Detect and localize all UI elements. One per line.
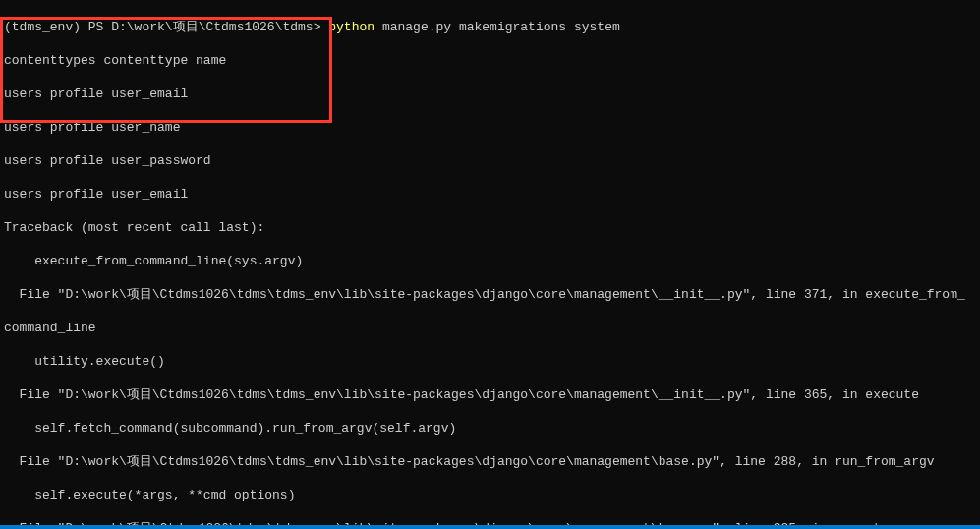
traceback-line: File "D:\work\项目\Ctdms1026\tdms\tdms_env…	[4, 453, 976, 470]
prompt-line: (tdms_env) PS D:\work\项目\Ctdms1026\tdms>…	[4, 19, 976, 35]
status-bar	[0, 525, 980, 529]
output-line: users profile user_email	[4, 186, 976, 203]
traceback-line: utility.execute()	[4, 353, 976, 370]
output-line: users profile user_password	[4, 152, 976, 169]
traceback-line: self.fetch_command(subcommand).run_from_…	[4, 420, 976, 437]
prompt-prefix: (tdms_env) PS D:\work\项目\Ctdms1026\tdms>	[4, 20, 320, 34]
traceback-line: command_line	[4, 320, 976, 336]
traceback-line: self.execute(*args, **cmd_options)	[4, 487, 976, 503]
output-line: contenttypes contenttype name	[4, 52, 976, 69]
traceback-line: File "D:\work\项目\Ctdms1026\tdms\tdms_env…	[4, 286, 976, 303]
output-line: users profile user_name	[4, 119, 976, 136]
traceback-header: Traceback (most recent call last):	[4, 219, 976, 236]
terminal-output[interactable]: (tdms_env) PS D:\work\项目\Ctdms1026\tdms>…	[0, 0, 980, 529]
command-args: manage.py makemigrations system	[382, 20, 620, 34]
output-line: users profile user_email	[4, 86, 976, 102]
traceback-line: File "D:\work\项目\Ctdms1026\tdms\tdms_env…	[4, 386, 976, 403]
traceback-line: execute_from_command_line(sys.argv)	[4, 253, 976, 269]
command-python: python	[328, 20, 375, 34]
